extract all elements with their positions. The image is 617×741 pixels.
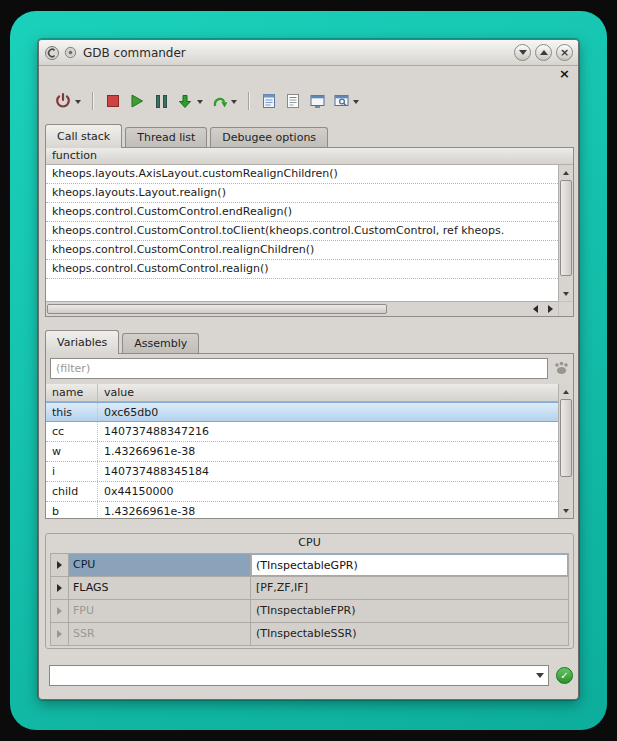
register-group-value [251,554,568,576]
variables-tabs: Variables Assembly [45,328,202,353]
tab-thread-list[interactable]: Thread list [125,127,207,147]
column-header-value[interactable]: value [98,384,558,401]
chevron-down-icon[interactable] [532,666,548,685]
filter-input[interactable] [50,358,548,379]
variable-value: 140737488345184 [98,462,558,481]
step-over-dropdown[interactable] [231,98,237,104]
register-group-value: (TInspectableSSR) [251,623,568,645]
show-memory-dropdown[interactable] [353,98,359,104]
register-group-name[interactable]: FPU [69,600,250,622]
step-over-icon [211,93,228,109]
callstack-row[interactable]: kheops.control.CustomControl.realign() [46,260,558,279]
callstack-row[interactable]: kheops.layouts.AxisLayout.customRealignC… [46,165,558,184]
tab-call-stack[interactable]: Call stack [45,124,122,148]
variable-value: 140737488347216 [98,422,558,441]
tab-assembly[interactable]: Assembly [122,333,199,353]
power-button[interactable] [52,89,74,113]
filter-icon[interactable] [552,360,570,377]
gdb-commander-window: GDB commander × × [38,39,579,700]
scroll-up-icon[interactable] [559,166,573,179]
show-memory-button[interactable] [330,89,352,113]
toolbar [51,83,572,119]
variable-name: this [46,403,98,421]
vertical-scrollbar[interactable] [558,165,573,301]
variables-panel: name value this 0xc65db0 cc 140737488347… [45,353,574,519]
register-group-name[interactable]: FLAGS [69,577,250,599]
maximize-button[interactable] [535,44,552,61]
scroll-up-icon[interactable] [559,385,573,398]
scroll-right-icon[interactable] [543,303,558,316]
step-dropdown[interactable] [197,98,203,104]
pause-icon [156,95,167,108]
column-header-name[interactable]: name [46,384,98,401]
variable-row[interactable]: child 0x44150000 [46,482,558,502]
variable-name: b [46,502,98,518]
scroll-down-icon[interactable] [559,504,573,517]
cpu-groupbox: CPU CPU FLAGS [PF,ZF,IF] FPU (TInspectab… [45,533,574,649]
command-bar: ✓ [45,664,574,688]
monitor-search-icon [333,93,350,109]
cpu-value-input[interactable] [251,554,568,576]
variable-row[interactable]: b 1.43266961e-38 [46,502,558,518]
minimize-button[interactable] [514,44,531,61]
window-title: GDB commander [83,46,510,60]
expand-arrow-icon[interactable] [51,554,68,576]
scrollbar-thumb[interactable] [560,399,572,477]
power-dropdown[interactable] [75,98,81,104]
command-input[interactable] [50,669,532,682]
callstack-list: kheops.layouts.AxisLayout.customRealignC… [46,165,558,301]
variable-row[interactable]: this 0xc65db0 [46,402,558,422]
close-button[interactable]: × [556,44,573,61]
horizontal-scrollbar[interactable] [46,301,558,316]
toolbar-separator [248,92,250,110]
dock-close-button[interactable]: × [559,67,570,81]
variable-name: child [46,482,98,501]
callstack-row[interactable]: kheops.control.CustomControl.endRealign(… [46,203,558,222]
register-group-name[interactable]: SSR [69,623,250,645]
continue-button[interactable] [126,89,148,113]
stop-button[interactable] [102,89,124,113]
expand-arrow-icon[interactable] [51,623,68,645]
expand-arrow-icon[interactable] [51,577,68,599]
call-stack-panel: function kheops.layouts.AxisLayout.custo… [45,147,574,317]
toolbar-separator [92,92,94,110]
variable-row[interactable]: w 1.43266961e-38 [46,442,558,462]
variables-table: name value this 0xc65db0 cc 140737488347… [46,384,558,518]
variable-name: i [46,462,98,481]
scroll-down-icon[interactable] [559,287,573,300]
scrollbar-corner [558,301,573,316]
callstack-row[interactable]: kheops.control.CustomControl.toClient(kh… [46,222,558,241]
callstack-row[interactable]: kheops.layouts.Layout.realign() [46,184,558,203]
step-over-button[interactable] [208,89,230,113]
scroll-left-icon[interactable] [528,303,543,316]
callstack-row[interactable]: kheops.control.CustomControl.realignChil… [46,241,558,260]
register-group-value: (TInspectableFPR) [251,600,568,622]
show-cpu-button[interactable] [306,89,328,113]
variable-row[interactable]: cc 140737488347216 [46,422,558,442]
titlebar[interactable]: GDB commander × [39,40,578,66]
vertical-scrollbar[interactable] [558,384,573,518]
send-command-button[interactable]: ✓ [556,667,573,684]
scrollbar-thumb[interactable] [47,304,387,314]
dock-header: × [39,67,578,83]
show-output-button[interactable] [258,89,280,113]
command-combobox[interactable] [49,665,549,686]
callstack-column-header[interactable]: function [46,148,573,165]
variable-name: cc [46,422,98,441]
step-button[interactable] [174,89,196,113]
callstack-tabs: Call stack Thread list Debugee options [45,122,331,147]
variable-value: 0x44150000 [98,482,558,501]
expand-arrow-icon[interactable] [51,600,68,622]
screen-frame: GDB commander × × [10,11,607,730]
tab-variables[interactable]: Variables [45,330,119,354]
show-log-button[interactable] [282,89,304,113]
scrollbar-thumb[interactable] [560,180,572,276]
variable-row[interactable]: i 140737488345184 [46,462,558,482]
cpu-register-grid: CPU FLAGS [PF,ZF,IF] FPU (TInspectableFP… [50,553,569,646]
tab-debugee-options[interactable]: Debugee options [210,127,328,147]
variables-table-header: name value [46,384,558,402]
variable-value: 0xc65db0 [98,403,558,421]
register-group-name[interactable]: CPU [69,554,250,576]
pause-button[interactable] [150,89,172,113]
window-menu-icon[interactable] [64,46,77,59]
